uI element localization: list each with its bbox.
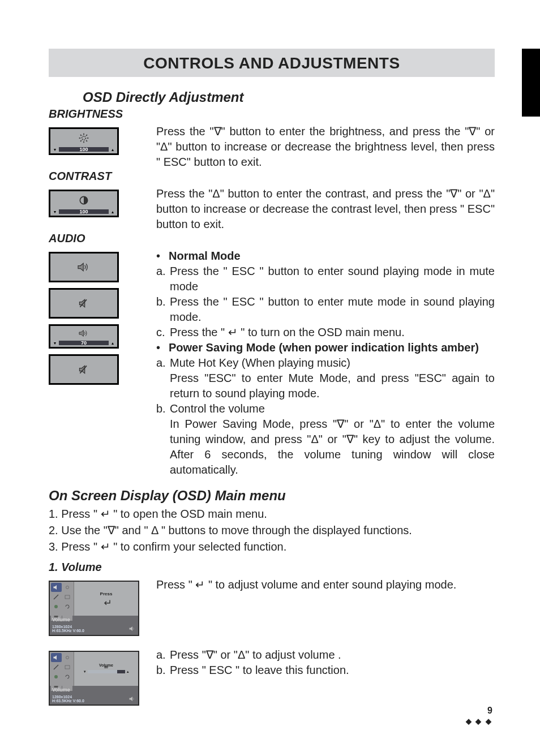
- audio-sound-widget: [49, 252, 119, 282]
- panel-volume-label-2: Volume: [50, 686, 138, 694]
- svg-rect-17: [65, 665, 70, 669]
- screen-icon: [62, 592, 73, 602]
- down-arrow-icon: ▾: [84, 669, 86, 674]
- volume-icon: [51, 653, 62, 662]
- contrast-text: Press the "Δ" button to enter the contra…: [156, 186, 495, 232]
- panel-resolution: 1280x1024: [52, 625, 84, 629]
- speaker-mute-icon: [77, 364, 91, 375]
- brightness-icon: [62, 583, 73, 592]
- page-footer: 9 ◆ ◆ ◆: [466, 706, 492, 725]
- osd-volume-panel-2: Volume ▾ 80 ▴ Volume 12: [49, 651, 139, 706]
- audio-mute-widget: [49, 288, 119, 319]
- contrast-icon: [78, 195, 89, 206]
- screen-icon: [62, 663, 73, 672]
- up-arrow-icon: ▴: [110, 147, 115, 152]
- speaker-small-icon: [128, 695, 136, 702]
- down-arrow-icon: ▾: [53, 147, 57, 152]
- audio-value: 70: [81, 340, 87, 346]
- volume-text-2b: Press " ESC " to leave this function.: [170, 663, 495, 678]
- svg-point-16: [66, 656, 68, 659]
- speaker-mute-icon: [77, 298, 91, 309]
- volume-heading: 1. Volume: [49, 561, 495, 574]
- brightness-icon: [78, 132, 89, 144]
- svg-point-14: [54, 605, 58, 608]
- audio-volume-widget: ▾ 70 ▴: [49, 324, 119, 349]
- volume-text-1: Press " ↵ " to adjust volume and enter s…: [156, 577, 495, 592]
- list-letter: b.: [156, 294, 170, 325]
- list-letter: b.: [156, 401, 170, 416]
- up-arrow-icon: ▴: [110, 209, 115, 214]
- brightness-text: Press the "∇" button to enter the bright…: [156, 124, 495, 170]
- list-letter: a.: [156, 647, 170, 663]
- reset-icon: [62, 602, 73, 611]
- audio-pb-text: In Power Saving Mode, press "∇" or "Δ" t…: [156, 416, 495, 478]
- list-letter: c.: [156, 325, 170, 340]
- osd-step2: 2. Use the "∇" and " Δ " buttons to move…: [49, 522, 495, 539]
- panel-resolution-2: 1280x1024: [52, 695, 84, 699]
- page-number: 9: [466, 706, 492, 716]
- bullet: •: [156, 340, 169, 355]
- tool-icon: [51, 663, 62, 672]
- list-letter: b.: [156, 663, 170, 678]
- reset-icon: [62, 672, 73, 681]
- svg-point-18: [54, 675, 58, 678]
- up-arrow-icon: ▴: [127, 669, 129, 674]
- down-arrow-icon: ▾: [53, 209, 57, 214]
- brightness-label: BRIGHTNESS: [49, 108, 495, 121]
- volume-icon: [51, 583, 62, 592]
- brightness-value: 100: [79, 147, 88, 152]
- osd-direct-heading: OSD Directly Adjustment: [83, 89, 495, 105]
- brightness-icon: [62, 653, 73, 662]
- tool-icon: [51, 592, 62, 602]
- down-arrow-icon: ▾: [53, 341, 57, 345]
- page-content: CONTROLS AND ADJUSTMENTS OSD Directly Ad…: [0, 0, 540, 714]
- svg-point-12: [66, 586, 68, 589]
- panel-hz: H:63.5KHz V:60.0: [52, 629, 84, 633]
- svg-point-0: [82, 136, 86, 140]
- svg-line-6: [86, 140, 87, 141]
- list-letter: a.: [156, 355, 170, 371]
- osd-volume-panel-1: Press Volume 1280x1024 H:63.5KHz V:60.0: [49, 581, 139, 636]
- power-mode-heading: Power Saving Mode (when power indication…: [169, 340, 479, 355]
- audio-mute-widget-2: [49, 354, 119, 385]
- osd-menu-heading: On Screen Display (OSD) Main menu: [49, 488, 495, 504]
- osd-step1: 1. Press " ↵ " to open the OSD main menu…: [49, 506, 495, 522]
- brightness-widget: ▾ 100 ▴: [49, 127, 119, 155]
- normal-mode-heading: Normal Mode: [169, 248, 241, 264]
- slider-value: 80: [88, 665, 125, 669]
- color-icon: [51, 672, 62, 681]
- color-icon: [51, 602, 62, 611]
- audio-c: Press the " ↵ " to turn on the OSD main …: [170, 325, 495, 340]
- footer-diamonds: ◆ ◆ ◆: [466, 717, 492, 725]
- contrast-value: 100: [79, 209, 88, 214]
- page-title: CONTROLS AND ADJUSTMENTS: [49, 49, 495, 77]
- speaker-small-icon: [128, 625, 136, 632]
- audio-pa-text: Press "ESC" to enter Mute Mode, and pres…: [156, 371, 495, 401]
- svg-rect-13: [65, 595, 70, 599]
- panel-volume-label: Volume: [50, 616, 138, 624]
- panel-hz-2: H:63.5KHz V:60.0: [52, 699, 84, 703]
- audio-label: AUDIO: [49, 232, 495, 245]
- audio-b: Press the " ESC " button to enter mute m…: [170, 294, 495, 325]
- osd-step3: 3. Press " ↵ " to confirm your selected …: [49, 539, 495, 555]
- svg-line-8: [86, 135, 87, 136]
- audio-pb-label: Control the volume: [170, 401, 495, 416]
- speaker-on-icon: [78, 329, 90, 338]
- audio-pa-label: Mute Hot Key (When playing music): [170, 355, 495, 371]
- contrast-widget: ▾ 100 ▴: [49, 190, 119, 217]
- svg-line-5: [80, 135, 82, 136]
- press-label: Press: [100, 591, 113, 596]
- bullet: •: [156, 248, 169, 264]
- contrast-label: CONTRAST: [49, 170, 495, 183]
- audio-a: Press the " ESC " button to enter sound …: [170, 264, 495, 294]
- svg-line-7: [80, 140, 82, 141]
- speaker-on-icon: [76, 261, 91, 273]
- up-arrow-icon: ▴: [110, 341, 115, 345]
- volume-text-2a: Press "∇" or "Δ" to adjust volume .: [170, 647, 495, 663]
- list-letter: a.: [156, 264, 170, 294]
- enter-icon: [101, 599, 112, 607]
